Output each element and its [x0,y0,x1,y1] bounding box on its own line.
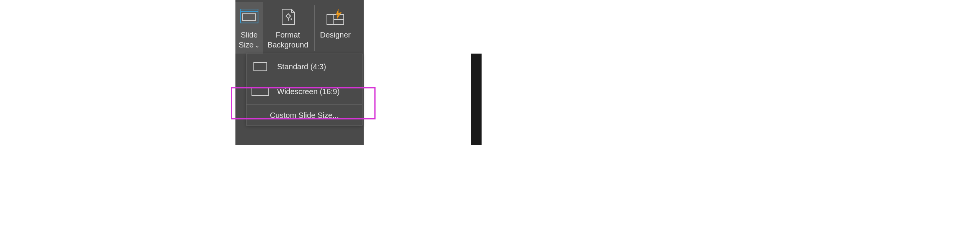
svg-rect-1 [243,14,256,21]
ribbon-row: Slide Size⌄ Format Background [235,0,364,54]
ribbon-panel: Slide Size⌄ Format Background [235,0,364,145]
format-background-button[interactable]: Format Background [263,2,313,54]
menu-item-widescreen[interactable]: Widescreen (16:9) [247,79,362,104]
menu-separator [247,104,362,105]
svg-rect-9 [254,62,267,71]
designer-icon [325,5,346,28]
slide-thumb-area [471,54,482,145]
aspect-16-9-icon [251,86,270,97]
svg-point-5 [291,18,292,20]
menu-label-widescreen: Widescreen (16:9) [277,87,340,96]
ribbon-divider [314,5,315,51]
slide-size-icon [240,5,259,28]
chevron-down-icon: ⌄ [255,42,260,49]
slide-size-button[interactable]: Slide Size⌄ [235,2,263,54]
format-background-label: Format Background [268,30,309,50]
menu-label-standard: Standard (4:3) [277,62,326,71]
slide-size-label: Slide Size⌄ [239,30,260,50]
designer-button[interactable]: Designer [316,2,354,54]
slide-size-dropdown: Standard (4:3) Widescreen (16:9) Custom … [246,54,363,126]
menu-item-standard[interactable]: Standard (4:3) [247,54,362,79]
format-background-icon [280,5,296,28]
svg-rect-10 [252,88,269,95]
aspect-4-3-icon [251,61,270,72]
designer-label: Designer [320,30,351,40]
menu-item-custom-size[interactable]: Custom Slide Size... [247,106,362,125]
